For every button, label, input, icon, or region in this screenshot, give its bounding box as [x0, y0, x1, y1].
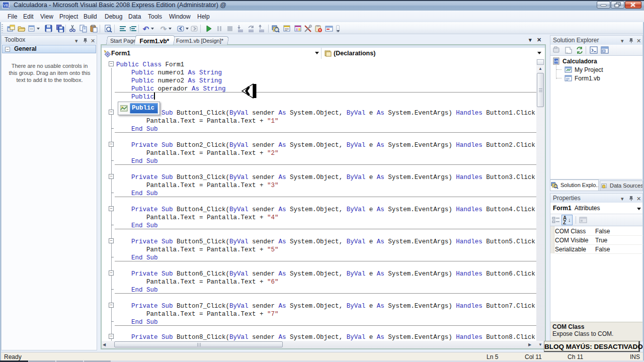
- svg-text:VB: VB: [4, 4, 9, 7]
- svg-text:VB: VB: [554, 60, 558, 63]
